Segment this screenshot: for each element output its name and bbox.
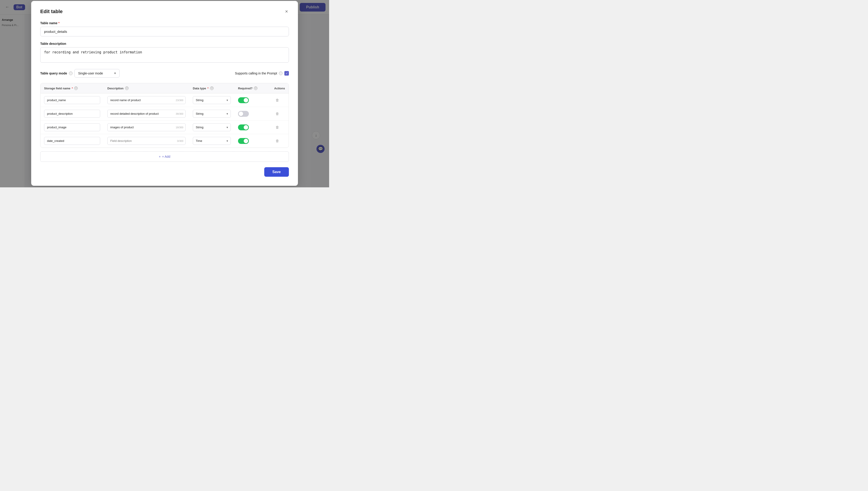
row3-desc-cell: 18/300 xyxy=(104,121,189,134)
supports-prompt-label: Supports calling in the Prompt xyxy=(235,71,277,75)
row2-required-cell xyxy=(235,108,271,119)
query-mode-row: Table query mode ⓘ Single-user mode Mult… xyxy=(40,69,289,78)
table-name-input[interactable] xyxy=(40,27,289,36)
row3-required-cell xyxy=(235,122,271,133)
add-label: + Add xyxy=(162,155,170,158)
row4-desc-counter: 0/300 xyxy=(177,140,183,142)
row4-delete-button[interactable]: 🗑 xyxy=(274,138,281,144)
row4-toggle-knob xyxy=(244,139,248,143)
row1-desc-wrapper: 23/300 xyxy=(107,96,186,104)
fields-table: Storage field name * ⓘ Description ⓘ Dat… xyxy=(40,83,289,148)
table-name-section: Table name * xyxy=(40,21,289,36)
row2-field-cell xyxy=(40,107,104,120)
row3-desc-counter: 18/300 xyxy=(176,126,183,129)
row4-desc-input[interactable] xyxy=(107,137,186,145)
row4-type-wrapper: String Number Boolean Time ▼ xyxy=(193,137,231,145)
row2-field-input[interactable] xyxy=(44,110,100,118)
row1-desc-counter: 23/300 xyxy=(176,99,183,102)
row3-type-cell: String Number Boolean Time ▼ xyxy=(189,121,235,134)
table-description-section: Table description for recording and retr… xyxy=(40,42,289,64)
col-field-info-icon: ⓘ xyxy=(74,86,78,90)
row2-toggle-knob xyxy=(239,112,243,116)
row1-field-cell xyxy=(40,93,104,107)
row2-type-wrapper: String Number Boolean Time ▼ xyxy=(193,110,231,118)
query-mode-right: Supports calling in the Prompt ⓘ ✓ xyxy=(235,71,289,76)
query-mode-info-icon: ⓘ xyxy=(69,71,72,75)
table-header-row: Storage field name * ⓘ Description ⓘ Dat… xyxy=(40,83,289,93)
required-indicator: * xyxy=(58,21,59,25)
row4-field-cell xyxy=(40,134,104,147)
table-row: 23/300 String Number Boolean Time ▼ xyxy=(40,93,289,107)
row3-desc-input[interactable] xyxy=(107,123,186,131)
supports-prompt-info-icon: ⓘ xyxy=(279,71,283,75)
col-required-star: * xyxy=(72,87,73,90)
col-data-type: Data type * ⓘ xyxy=(189,83,235,93)
row1-required-toggle[interactable] xyxy=(238,97,249,103)
row1-actions-cell: 🗑 xyxy=(271,94,289,106)
row3-type-wrapper: String Number Boolean Time ▼ xyxy=(193,123,231,131)
row1-type-select[interactable]: String Number Boolean Time xyxy=(193,96,231,104)
row1-required-cell xyxy=(235,94,271,106)
row3-delete-button[interactable]: 🗑 xyxy=(274,124,281,131)
row1-desc-input[interactable] xyxy=(107,96,186,104)
row2-actions-cell: 🗑 xyxy=(271,108,289,120)
table-description-input[interactable]: for recording and retrieving product inf… xyxy=(40,47,289,63)
row3-toggle-knob xyxy=(244,125,248,129)
row1-toggle-knob xyxy=(244,98,248,103)
query-mode-left: Table query mode ⓘ Single-user mode Mult… xyxy=(40,69,120,78)
query-mode-label: Table query mode xyxy=(40,71,67,75)
table-description-label: Table description xyxy=(40,42,289,46)
table-row: 38/300 String Number Boolean Time ▼ xyxy=(40,107,289,121)
modal-close-button[interactable]: × xyxy=(284,8,289,15)
row2-required-toggle[interactable] xyxy=(238,111,249,117)
row2-desc-counter: 38/300 xyxy=(176,112,183,115)
row2-desc-wrapper: 38/300 xyxy=(107,110,186,118)
col-desc-info-icon: ⓘ xyxy=(125,86,129,90)
row4-desc-cell: 0/300 xyxy=(104,134,189,147)
row4-field-input[interactable] xyxy=(44,137,100,145)
row2-type-select[interactable]: String Number Boolean Time xyxy=(193,110,231,118)
col-type-info-icon: ⓘ xyxy=(210,86,214,90)
add-icon: + xyxy=(159,155,161,158)
row2-desc-cell: 38/300 xyxy=(104,107,189,120)
row3-field-input[interactable] xyxy=(44,123,100,131)
table-row: 0/300 String Number Boolean Time ▼ xyxy=(40,134,289,147)
modal-footer: Save xyxy=(40,167,289,177)
col-field-name: Storage field name * ⓘ xyxy=(40,83,104,93)
row4-actions-cell: 🗑 xyxy=(271,135,289,147)
row3-actions-cell: 🗑 xyxy=(271,121,289,134)
row1-delete-button[interactable]: 🗑 xyxy=(274,97,281,104)
row1-type-wrapper: String Number Boolean Time ▼ xyxy=(193,96,231,104)
row1-desc-cell: 23/300 xyxy=(104,93,189,107)
row2-delete-button[interactable]: 🗑 xyxy=(274,110,281,117)
row4-required-cell xyxy=(235,135,271,147)
modal-title: Edit table xyxy=(40,8,63,15)
row4-type-select[interactable]: String Number Boolean Time xyxy=(193,137,231,145)
row3-field-cell xyxy=(40,121,104,134)
row3-type-select[interactable]: String Number Boolean Time xyxy=(193,123,231,131)
col-actions: Actions xyxy=(271,83,289,93)
row1-type-cell: String Number Boolean Time ▼ xyxy=(189,93,235,107)
supports-prompt-checkbox[interactable]: ✓ xyxy=(284,71,289,76)
save-button[interactable]: Save xyxy=(264,167,289,177)
col-required: Required? ⓘ xyxy=(235,83,271,93)
col-description: Description ⓘ xyxy=(104,83,189,93)
query-mode-select[interactable]: Single-user mode Multi-user mode xyxy=(74,69,120,78)
row2-desc-input[interactable] xyxy=(107,110,186,118)
row4-type-cell: String Number Boolean Time ▼ xyxy=(189,134,235,147)
row1-field-input[interactable] xyxy=(44,96,100,104)
modal-header: Edit table × xyxy=(40,8,289,15)
col-type-star: * xyxy=(208,87,209,90)
row3-desc-wrapper: 18/300 xyxy=(107,123,186,131)
query-mode-select-wrapper: Single-user mode Multi-user mode ▼ xyxy=(74,69,120,78)
table-row: 18/300 String Number Boolean Time ▼ xyxy=(40,121,289,134)
row3-required-toggle[interactable] xyxy=(238,124,249,130)
table-name-label: Table name * xyxy=(40,21,289,25)
row2-type-cell: String Number Boolean Time ▼ xyxy=(189,107,235,120)
add-field-button[interactable]: + + Add xyxy=(40,151,289,162)
row4-required-toggle[interactable] xyxy=(238,138,249,144)
col-required-info-icon: ⓘ xyxy=(254,86,257,90)
row4-desc-wrapper: 0/300 xyxy=(107,137,186,145)
edit-table-modal: Edit table × Table name * Table descript… xyxy=(31,1,298,186)
